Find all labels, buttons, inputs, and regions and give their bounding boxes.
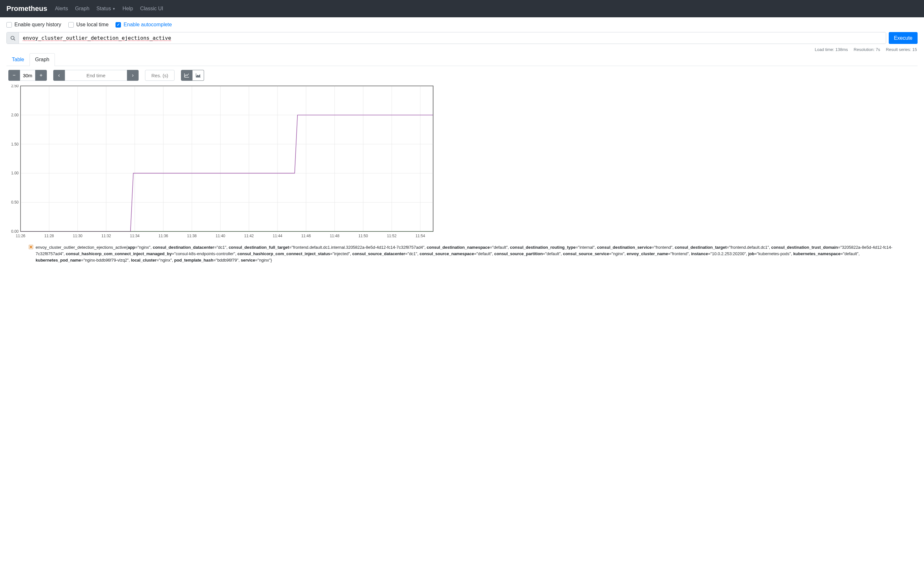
svg-text:11:54: 11:54 [415,234,425,238]
svg-text:11:32: 11:32 [102,234,111,238]
svg-text:0.00: 0.00 [11,229,19,234]
svg-text:11:36: 11:36 [158,234,168,238]
search-icon[interactable] [7,32,19,44]
time-next-button[interactable]: › [127,70,139,81]
time-prev-button[interactable]: ‹ [53,70,65,81]
stats-row: Load time: 138ms Resolution: 7s Result s… [0,47,924,53]
svg-text:11:44: 11:44 [273,234,282,238]
nav-status[interactable]: Status▼ [97,6,115,11]
resolution-input[interactable] [145,70,174,81]
enable-history-checkbox[interactable]: Enable query history [6,22,61,27]
svg-text:11:48: 11:48 [330,234,339,238]
result-series: Result series: 15 [886,47,917,52]
navbar: Prometheus Alerts Graph Status▼ Help Cla… [0,0,924,17]
svg-text:0.50: 0.50 [11,200,19,205]
chart[interactable]: 11:2611:2811:3011:3211:3411:3611:3811:40… [8,85,916,239]
nav-help[interactable]: Help [123,6,133,11]
svg-point-0 [11,36,14,39]
checkbox-icon [68,22,74,27]
svg-text:11:50: 11:50 [359,234,368,238]
svg-text:1.50: 1.50 [11,142,19,147]
enable-autocomplete-checkbox[interactable]: Enable autocomplete [115,22,172,27]
range-input[interactable] [20,70,35,81]
nav-alerts[interactable]: Alerts [55,6,68,11]
svg-rect-2 [21,86,433,231]
svg-text:11:26: 11:26 [16,234,25,238]
legend-series-label[interactable]: envoy_cluster_outlier_detection_ejection… [36,244,895,263]
tab-graph[interactable]: Graph [29,53,55,66]
options-bar: Enable query history Use local time Enab… [0,17,924,32]
checkbox-checked-icon [115,22,121,27]
svg-text:11:46: 11:46 [301,234,311,238]
svg-text:11:52: 11:52 [387,234,397,238]
chevron-down-icon: ▼ [112,7,115,11]
range-increase-button[interactable]: + [35,70,47,81]
line-chart-icon[interactable] [181,70,192,81]
execute-button[interactable]: Execute [889,32,918,44]
load-time: Load time: 138ms [814,47,848,52]
svg-text:11:40: 11:40 [216,234,225,238]
endtime-group: ‹ › [53,70,139,81]
use-local-time-checkbox[interactable]: Use local time [68,22,108,27]
nav-graph[interactable]: Graph [75,6,89,11]
query-input[interactable] [19,32,886,44]
legend-swatch-icon [29,245,33,249]
nav-classic-ui[interactable]: Classic UI [140,6,163,11]
svg-text:11:38: 11:38 [187,234,197,238]
brand[interactable]: Prometheus [6,5,47,13]
checkbox-icon [6,22,12,27]
svg-text:11:30: 11:30 [73,234,82,238]
svg-line-1 [14,39,15,40]
range-decrease-button[interactable]: − [8,70,20,81]
svg-text:11:42: 11:42 [244,234,254,238]
svg-text:11:34: 11:34 [130,234,140,238]
legend: envoy_cluster_outlier_detection_ejection… [0,239,924,270]
nav-links: Alerts Graph Status▼ Help Classic UI [55,6,163,11]
graph-controls: − + ‹ › [0,66,924,85]
tab-table[interactable]: Table [6,53,29,66]
area-chart-icon[interactable] [192,70,204,81]
query-input-wrap [6,32,886,44]
svg-text:2.50: 2.50 [11,85,19,88]
endtime-input[interactable] [65,70,127,81]
chart-mode-toggle [181,70,204,81]
svg-rect-45 [21,86,433,231]
svg-text:11:28: 11:28 [44,234,54,238]
range-group: − + [8,70,47,81]
resolution: Resolution: 7s [854,47,880,52]
svg-text:1.00: 1.00 [11,171,19,175]
svg-text:2.00: 2.00 [11,113,19,117]
query-row: Execute [0,32,924,47]
tabs: Table Graph [6,53,918,66]
